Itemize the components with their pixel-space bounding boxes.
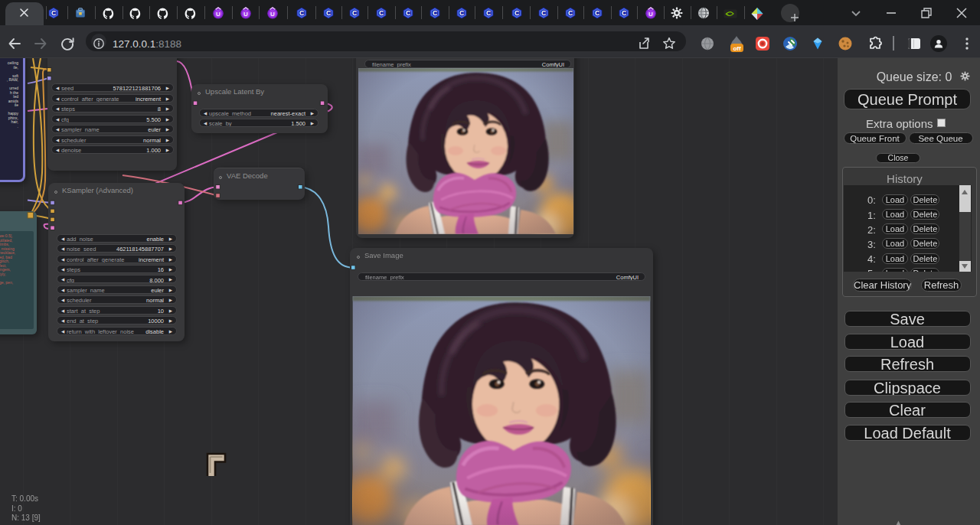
svg-text:C: C: [299, 9, 304, 17]
svg-text:C: C: [352, 9, 357, 17]
svg-text:C: C: [433, 9, 437, 17]
svg-text:C: C: [379, 9, 384, 17]
svg-text:C: C: [595, 9, 599, 17]
svg-text:U: U: [270, 11, 275, 18]
svg-text:C: C: [51, 9, 56, 17]
svg-text:C: C: [568, 9, 573, 17]
svg-text:C: C: [459, 9, 464, 17]
svg-text:C: C: [514, 9, 519, 17]
svg-text:C: C: [406, 9, 410, 17]
svg-text:U: U: [648, 11, 653, 18]
svg-text:C: C: [326, 9, 331, 17]
svg-text:C: C: [486, 9, 491, 17]
svg-text:U: U: [243, 11, 248, 18]
svg-text:C: C: [541, 9, 546, 17]
svg-text:C: C: [622, 9, 626, 17]
svg-text:off: off: [733, 45, 741, 52]
svg-text:U: U: [216, 11, 220, 18]
